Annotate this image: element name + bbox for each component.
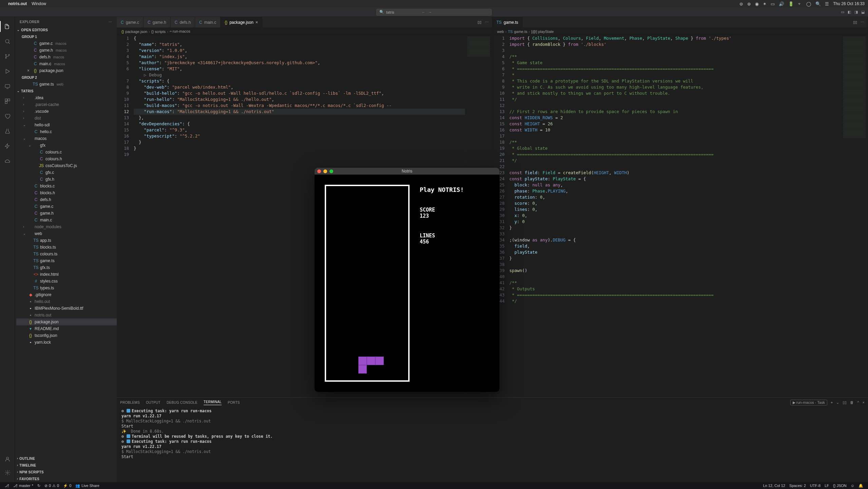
open-editor-item[interactable]: ×{}package.json — [15, 67, 117, 74]
section-timeline[interactable]: ›TIMELINE — [15, 462, 117, 469]
panel-tab-debug-console[interactable]: DEBUG CONSOLE — [167, 401, 197, 404]
status-encoding[interactable]: UTF-8 — [808, 484, 823, 488]
file-item[interactable]: TSgfx.ts — [16, 264, 117, 271]
panel-tab-ports[interactable]: PORTS — [228, 401, 240, 404]
status-ports[interactable]: ⚡0 — [61, 482, 73, 489]
file-item[interactable]: <>index.html — [16, 271, 117, 278]
menubar-battery-icon[interactable]: ▭ — [771, 1, 775, 6]
more-icon[interactable]: ⋯ — [861, 20, 864, 24]
file-item[interactable]: Cmain.c — [16, 217, 117, 223]
folder-item[interactable]: ›.parcel-cache — [16, 101, 117, 108]
editor-tab[interactable]: Cmain.c — [195, 17, 221, 28]
file-item[interactable]: ▪notris.out — [16, 312, 117, 319]
file-item[interactable]: JScssColoursToC.js — [16, 162, 117, 169]
open-editor-item[interactable]: TSgame.tsweb — [15, 81, 117, 88]
panel-tab-terminal[interactable]: TERMINAL — [204, 400, 222, 405]
file-item[interactable]: TStypes.ts — [16, 285, 117, 291]
file-item[interactable]: Cgame.h — [16, 210, 117, 217]
activity-extensions[interactable] — [0, 94, 15, 108]
folder-item[interactable]: ›node_modules — [16, 223, 117, 230]
folder-item[interactable]: ⌄web — [16, 230, 117, 237]
panel-tab-output[interactable]: OUTPUT — [146, 401, 161, 404]
activity-settings[interactable] — [0, 466, 15, 479]
status-feedback[interactable]: ☺ — [849, 484, 856, 488]
file-item[interactable]: ▾README.md — [16, 325, 117, 332]
folder-item[interactable]: ›.vscode — [16, 108, 117, 115]
nav-forward-icon[interactable]: → — [428, 10, 432, 14]
open-editor-item[interactable]: Cgame.hmacos — [15, 47, 117, 54]
section-open-editors[interactable]: ⌄ OPEN EDITORS — [15, 26, 117, 33]
layout-toggle-icon[interactable]: ◧ — [848, 10, 851, 14]
file-item[interactable]: TSblocks.ts — [16, 244, 117, 251]
menubar-status-icon[interactable]: ⊚ — [739, 1, 743, 6]
breadcrumb[interactable]: {} package.json › {} scripts › 𝄐 run-mac… — [117, 28, 492, 35]
file-item[interactable]: #styles.css — [16, 278, 117, 285]
split-terminal-icon[interactable]: ▯▯ — [843, 400, 847, 405]
sidebar-more-icon[interactable]: ⋯ — [109, 20, 112, 24]
game-playfield[interactable] — [325, 185, 410, 382]
menubar-window[interactable]: Window — [32, 1, 46, 6]
file-item[interactable]: TScolours.ts — [16, 251, 117, 257]
file-item[interactable]: Chello.c — [16, 128, 117, 135]
activity-cloud[interactable] — [0, 154, 15, 168]
file-item[interactable]: ▪yarn.lock — [16, 339, 117, 346]
file-item[interactable]: Ccolours.c — [16, 149, 117, 156]
editor-tab[interactable]: Cgame.c — [117, 17, 144, 28]
menubar-wifi-icon[interactable]: ᯤ — [798, 1, 802, 6]
menubar-status-icon[interactable]: ◉ — [755, 1, 759, 6]
section-npm-scripts[interactable]: ›NPM SCRIPTS — [15, 469, 117, 475]
status-eol[interactable]: LF — [823, 484, 831, 488]
menubar-datetime[interactable]: Thu 26 Oct 16:33 — [833, 1, 865, 6]
activity-search[interactable] — [0, 35, 15, 48]
status-problems[interactable]: ⊘0 ⚠0 — [42, 482, 61, 489]
split-editor-icon[interactable]: ▯▯ — [853, 20, 857, 24]
folder-item[interactable]: ⌄macos — [16, 135, 117, 142]
trash-icon[interactable]: 🗑 — [850, 400, 854, 404]
file-item[interactable]: TSgame.ts — [16, 257, 117, 264]
file-item[interactable]: {}tsconfig.json — [16, 332, 117, 339]
status-sync[interactable]: ↻ — [35, 482, 42, 489]
notris-game-window[interactable]: Notris Play NOTRIS! SCORE 123 LINES 456 — [315, 168, 499, 392]
activity-run-debug[interactable] — [0, 65, 15, 78]
editor-tab[interactable]: {}package.json× — [221, 17, 262, 28]
code-editor[interactable]: 1234567891011121314151617181920212223242… — [492, 35, 868, 397]
section-outline[interactable]: ›OUTLINE — [15, 455, 117, 462]
status-cursor-position[interactable]: Ln 12, Col 12 — [761, 484, 787, 488]
terminal-output[interactable]: ⚙Executing task: yarn run run-macosyarn … — [117, 407, 868, 482]
menubar-control-center-icon[interactable]: ☰ — [825, 1, 829, 6]
open-editor-item[interactable]: Cdefs.hmacos — [15, 54, 117, 60]
status-branch[interactable]: ⎇master* — [11, 482, 35, 489]
status-notifications[interactable]: 🔔 — [856, 484, 865, 488]
layout-toggle-icon[interactable]: ⬓ — [861, 10, 865, 14]
minimap[interactable] — [841, 35, 868, 397]
more-icon[interactable]: ⋯ — [485, 20, 489, 24]
file-item[interactable]: Cgfx.h — [16, 176, 117, 183]
layout-toggle-icon[interactable]: ◨ — [854, 10, 858, 14]
close-panel-icon[interactable]: × — [863, 400, 865, 404]
menubar-status-icon[interactable]: ⊕ — [747, 1, 751, 6]
breadcrumb[interactable]: web › TS game.ts › [@] playState — [492, 28, 868, 35]
activity-source-control[interactable] — [0, 50, 15, 63]
status-remote[interactable]: ⎇ — [3, 482, 11, 489]
file-item[interactable]: Cblocks.h — [16, 189, 117, 196]
menubar-search-icon[interactable]: 🔍 — [815, 1, 821, 6]
layout-toggle-icon[interactable]: ▭ — [841, 10, 844, 14]
open-editor-item[interactable]: Cmain.cmacos — [15, 60, 117, 67]
file-item[interactable]: ◆.gitignore — [16, 291, 117, 298]
task-badge[interactable]: ▶ run-macos - Task — [790, 400, 827, 405]
menubar-app-name[interactable]: notris.out — [8, 1, 27, 6]
activity-power[interactable] — [0, 139, 15, 153]
status-language[interactable]: {} JSON — [831, 484, 849, 488]
maximize-panel-icon[interactable]: ^ — [857, 400, 859, 404]
menubar-user-icon[interactable]: ◯ — [806, 1, 811, 6]
editor-tab[interactable]: TSgame.ts — [492, 17, 523, 28]
folder-item[interactable]: ›dist — [16, 115, 117, 122]
close-tab-icon[interactable]: × — [256, 20, 258, 25]
activity-test[interactable] — [0, 124, 15, 138]
file-item[interactable]: ▪hello.out — [16, 298, 117, 305]
open-editor-item[interactable]: Cgame.cmacos — [15, 40, 117, 47]
nav-back-icon[interactable]: ← — [422, 10, 426, 14]
activity-favorite[interactable] — [0, 109, 15, 123]
status-liveshare[interactable]: 👥Live Share — [73, 482, 101, 489]
terminal-dropdown-icon[interactable]: ⌄ — [836, 400, 839, 405]
